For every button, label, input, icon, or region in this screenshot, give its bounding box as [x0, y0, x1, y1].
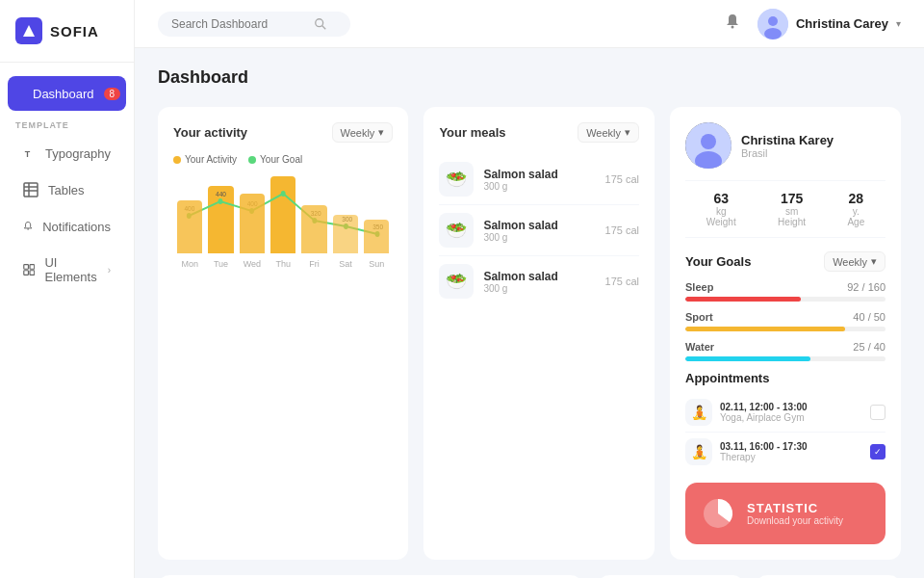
list-item: 🥗 Salmon salad 300 g 175 cal: [439, 205, 639, 256]
bar-mon: Mon: [177, 200, 202, 269]
topbar: Christina Carey ▾: [135, 0, 924, 48]
search-input[interactable]: [171, 17, 306, 31]
dashboard-badge: 8: [104, 88, 121, 100]
appt-icon-1: 🧘: [685, 438, 712, 465]
bar-sun-fill: [364, 220, 389, 253]
stat-height: 175 sm Height: [778, 191, 806, 227]
legend-goal: Your Goal: [248, 154, 302, 165]
svg-point-17: [731, 25, 733, 28]
meal-info-1: Salmon salad 300 g: [483, 219, 595, 243]
bar-tue-fill: [208, 186, 233, 253]
meal-info-0: Salmon salad 300 g: [483, 168, 595, 192]
activity-chart: 400 440 400 320 300 350 Mon: [173, 172, 393, 298]
svg-text:T: T: [25, 149, 31, 159]
meals-list: 🥗 Salmon salad 300 g 175 cal 🥗 Salmon sa…: [439, 154, 639, 306]
bar-thu-fill: [270, 176, 295, 253]
appointments-title: Appointments: [685, 371, 886, 385]
svg-rect-12: [30, 265, 35, 270]
list-item: 🧘 02.11, 12:00 - 13:00 Yoga, Airplace Gy…: [685, 393, 886, 433]
meals-card-header: Your meals Weekly ▾: [439, 122, 639, 143]
appt-check-0[interactable]: [870, 405, 886, 420]
svg-marker-0: [23, 25, 35, 37]
meals-card: Your meals Weekly ▾ 🥗 Salmon salad 300 g…: [424, 107, 654, 560]
sidebar-item-tables[interactable]: Tables: [8, 172, 126, 207]
dropdown-chevron-icon: ▾: [378, 126, 384, 139]
main-area: Christina Carey ▾ Dashboard Your activit…: [135, 0, 924, 578]
goal-water: Water 25 / 40: [685, 341, 886, 361]
activity-card-header: Your activity Weekly ▾: [173, 122, 393, 143]
bell-icon: [723, 13, 742, 32]
meals-card-title: Your meals: [439, 125, 505, 140]
meals-dropdown-chevron-icon: ▾: [625, 126, 630, 139]
statistic-banner[interactable]: STATISTIC Download your activity: [685, 483, 886, 544]
sleep-progress-fill: [685, 297, 801, 302]
svg-rect-13: [24, 271, 29, 276]
search-icon: [314, 17, 327, 31]
profile-text: Christina Karey Brasil: [741, 133, 834, 159]
svg-rect-11: [24, 265, 29, 270]
svg-point-20: [764, 28, 782, 39]
list-item: 🥗 Salmon salad 300 g 175 cal: [439, 154, 639, 205]
meals-dropdown[interactable]: Weekly ▾: [578, 122, 639, 143]
sidebar-item-dashboard[interactable]: Dashboard 8: [8, 76, 126, 111]
page-title: Dashboard: [158, 67, 901, 88]
appt-info-0: 02.11, 12:00 - 13:00 Yoga, Airplace Gym: [720, 402, 862, 423]
chart-legend: Your Activity Your Goal: [173, 154, 393, 165]
list-item: 🧘 03.11, 16:00 - 17:30 Therapy: [685, 433, 886, 471]
goal-sleep: Sleep 92 / 160: [685, 281, 886, 302]
bar-thu: Thu: [270, 176, 295, 269]
user-info[interactable]: Christina Carey ▾: [757, 9, 901, 39]
bars-container: Mon Tue Wed Thu: [173, 172, 393, 269]
appt-check-1[interactable]: [870, 444, 886, 460]
svg-point-15: [316, 18, 323, 26]
goals-dropdown[interactable]: Weekly ▾: [824, 251, 886, 272]
logo: SOFIA: [0, 0, 134, 63]
sidebar-section-label: TEMPLATE: [0, 113, 134, 134]
profile-stats: 63 kg Weight 175 sm Height 28 y. Age: [685, 180, 886, 238]
statistic-subtitle: Download your activity: [747, 515, 843, 526]
svg-point-35: [701, 134, 716, 149]
sidebar-item-ui-elements[interactable]: UI Elements ›: [8, 246, 126, 294]
logo-icon: [15, 17, 42, 44]
profile-avatar: [685, 122, 732, 169]
goals-header: Your Goals Weekly ▾: [685, 251, 886, 272]
goal-sport: Sport 40 / 50: [685, 311, 886, 331]
bar-sat: Sat: [333, 215, 358, 269]
svg-rect-14: [30, 271, 35, 276]
svg-line-16: [322, 25, 326, 29]
sport-progress-bar: [685, 327, 886, 331]
meal-icon-0: 🥗: [439, 162, 474, 197]
ui-elements-arrow-icon: ›: [108, 265, 111, 276]
bar-sat-fill: [333, 215, 358, 253]
search-box[interactable]: [158, 12, 350, 37]
bar-mon-fill: [177, 200, 202, 253]
legend-activity: Your Activity: [173, 154, 237, 165]
activity-card: Your activity Weekly ▾ Your Activity You…: [158, 107, 408, 560]
profile-card: Christina Karey Brasil 63 kg Weight 175 …: [670, 107, 901, 560]
sidebar-item-notifications[interactable]: Notifications: [8, 209, 126, 244]
water-progress-bar: [685, 356, 886, 361]
sidebar-item-dashboard-label: Dashboard: [33, 87, 94, 101]
sidebar: SOFIA Dashboard 8 TEMPLATE T Typography …: [0, 0, 135, 578]
sidebar-item-ui-label: UI Elements: [44, 255, 97, 284]
bar-fri-fill: [301, 205, 326, 253]
appt-icon-0: 🧘: [685, 399, 712, 426]
bar-sun: Sun: [364, 220, 389, 269]
sleep-progress-bar: [685, 297, 886, 302]
statistic-title: STATISTIC: [747, 501, 843, 515]
stat-age: 28 y. Age: [847, 191, 864, 227]
app-name: SOFIA: [50, 23, 99, 39]
appt-info-1: 03.11, 16:00 - 17:30 Therapy: [720, 441, 862, 462]
sidebar-nav: Dashboard 8 TEMPLATE T Typography Tables…: [0, 63, 134, 307]
notification-bell[interactable]: [723, 13, 742, 36]
sport-progress-fill: [685, 327, 845, 331]
bar-fri: Fri: [301, 205, 326, 269]
activity-card-title: Your activity: [173, 125, 247, 140]
activity-dropdown[interactable]: Weekly ▾: [332, 122, 394, 143]
sidebar-item-typography[interactable]: T Typography: [8, 136, 126, 171]
avatar: [757, 9, 788, 39]
legend-goal-dot: [248, 156, 256, 164]
content: Dashboard Your activity Weekly ▾ Your Ac…: [135, 48, 924, 578]
user-dropdown-chevron-icon: ▾: [896, 18, 901, 29]
statistic-pie-icon: [701, 496, 735, 531]
